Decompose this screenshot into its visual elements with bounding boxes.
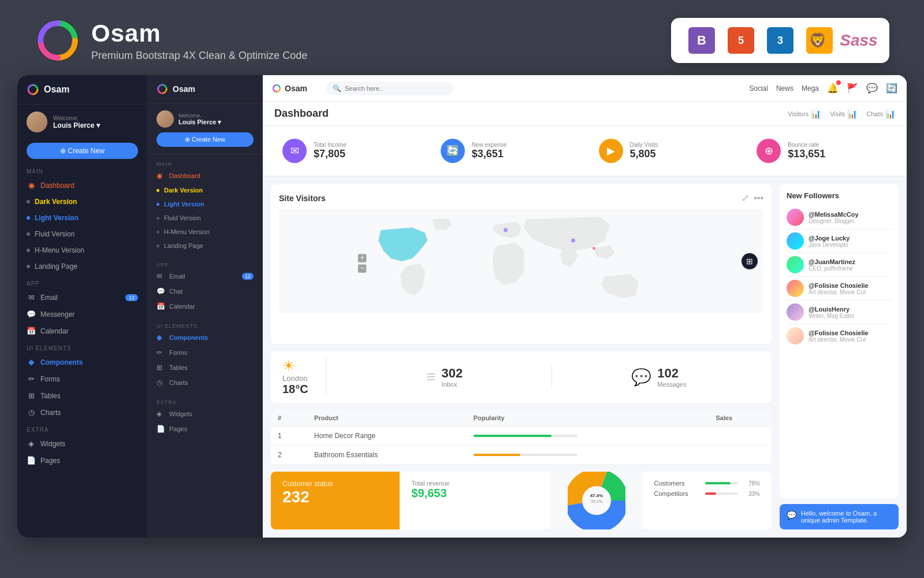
expand-icon[interactable]: ⤢ xyxy=(742,192,749,203)
sl-item-label: Widgets xyxy=(169,410,192,417)
dot-icon xyxy=(27,200,30,203)
dashboard-icon: ◉ xyxy=(27,181,36,190)
sl-item-calendar[interactable]: 📅 Calendar xyxy=(147,299,263,314)
sidebar-dark-create-btn[interactable]: ⊕ Create New xyxy=(27,143,138,159)
inbox-info: 302 Inbox xyxy=(442,366,463,388)
sidebar-item-label: Pages xyxy=(40,457,60,465)
visitors-actions[interactable]: ⤢ ••• xyxy=(742,192,763,203)
sidebar-light-ui-section: UI Elements ◈ Components ✏ Forms ⊞ Table… xyxy=(147,316,263,392)
sl-item-tables[interactable]: ⊞ Tables xyxy=(147,360,263,375)
search-box[interactable]: 🔍 xyxy=(326,81,453,95)
weather-icon: ☀ xyxy=(282,358,295,374)
sl-item-dark-version[interactable]: Dark Version xyxy=(147,183,263,197)
sidebar-dark-extra-label: Extra xyxy=(17,421,147,435)
sl-item-widgets[interactable]: ◈ Widgets xyxy=(147,406,263,421)
sidebar-item-email[interactable]: ✉ Email 12 xyxy=(17,289,147,306)
visits-label: Visits xyxy=(830,110,845,117)
visitors-title: Site Visitors xyxy=(279,194,326,203)
income-icon: ✉ xyxy=(282,139,307,163)
followers-title: New Followers xyxy=(787,191,892,200)
messages-label: Messages xyxy=(657,381,686,388)
sidebar-dark-avatar xyxy=(27,112,47,132)
email-badge: 12 xyxy=(242,273,254,280)
pie-chart-area: 47.4% 33.1% xyxy=(550,472,643,529)
sidebar-item-forms[interactable]: ✏ Forms xyxy=(17,370,147,387)
sidebar-item-components[interactable]: ◈ Components xyxy=(17,354,147,370)
sl-item-pages[interactable]: 📄 Pages xyxy=(147,421,263,436)
sidebar-light-create-btn[interactable]: ⊕ Create New xyxy=(157,132,254,147)
brand-text-area: Osam Premium Bootstrap 4X Clean & Optimi… xyxy=(91,20,307,62)
sl-item-dashboard[interactable]: ◉ Dashboard xyxy=(147,168,263,183)
customers-fill xyxy=(705,482,731,484)
avatar-img xyxy=(27,112,47,132)
chat-nav-icon[interactable]: 💬 xyxy=(866,83,878,94)
follower-info: @JuanMartinez CEO, puffinframe xyxy=(808,258,855,272)
stat-card-bounce: ⊕ Bounce rate $13,651 xyxy=(748,133,895,169)
sidebar-item-widgets[interactable]: ◈ Widgets xyxy=(17,435,147,452)
map-expand-btn[interactable]: ⊞ xyxy=(742,253,758,269)
sl-item-landing[interactable]: Landing Page xyxy=(147,239,263,253)
sidebar-item-pages[interactable]: 📄 Pages xyxy=(17,452,147,469)
follower-name: @Folisise Chosielie xyxy=(808,282,869,289)
bounce-value: $13,651 xyxy=(788,148,825,160)
sl-item-hmenu[interactable]: H-Menu Version xyxy=(147,225,263,239)
sidebar-item-landing[interactable]: Landing Page xyxy=(17,258,147,275)
sidebar-item-label: Charts xyxy=(40,409,61,417)
follower-name: @JuanMartinez xyxy=(808,258,855,265)
nav-social[interactable]: Social xyxy=(749,84,768,92)
stat-card-visits: ▶ Daily Visits 5,805 xyxy=(591,133,737,169)
follower-info: @Folisise Chosielie Art director, Movie … xyxy=(808,329,869,343)
sidebar-dark-name: Louis Pierce ▾ xyxy=(53,121,100,129)
sidebar-item-hmenu[interactable]: H-Menu Version xyxy=(17,242,147,258)
notification-badge xyxy=(836,80,841,85)
sidebar-item-tables[interactable]: ⊞ Tables xyxy=(17,387,147,404)
sidebar-light-welcome: Welcome, xyxy=(178,113,221,118)
follower-role: Art director, Movie Cut xyxy=(808,289,869,295)
dot-icon xyxy=(157,203,159,206)
sidebar-item-charts[interactable]: ◷ Charts xyxy=(17,404,147,421)
search-input[interactable] xyxy=(345,85,446,92)
content-right: New Followers @MelissaMcCoy Designer, Bl… xyxy=(780,176,907,538)
visits-value: 5,805 xyxy=(630,148,658,160)
sl-item-light-version[interactable]: Light Version xyxy=(147,197,263,211)
sl-item-chat[interactable]: 💬 Chat xyxy=(147,284,263,299)
sidebar-item-dashboard[interactable]: ◉ Dashboard xyxy=(17,177,147,194)
svg-point-5 xyxy=(504,228,508,232)
sidebar-item-label: Calendar xyxy=(40,327,69,335)
sidebar-dark-ui-label: UI Elements xyxy=(17,339,147,354)
sidebar-item-calendar[interactable]: 📅 Calendar xyxy=(17,323,147,339)
nav-right: Social News Mega 🔔 🚩 💬 🔄 xyxy=(749,83,897,94)
sl-item-charts[interactable]: ◷ Charts xyxy=(147,375,263,390)
nav-news[interactable]: News xyxy=(776,84,793,92)
total-revenue-card: Total revenue $9,653 xyxy=(400,472,550,529)
sidebar-light-app-label: App xyxy=(147,257,263,269)
notification-icon[interactable]: 🔔 xyxy=(827,83,839,94)
refresh-icon[interactable]: 🔄 xyxy=(886,83,897,94)
sidebar-item-label: Messenger xyxy=(40,310,74,318)
sl-item-forms[interactable]: ✏ Forms xyxy=(147,345,263,360)
more-icon[interactable]: ••• xyxy=(754,193,763,203)
products-card: # Product Popularity Sales 1 Home Decor … xyxy=(271,410,772,465)
sidebar-item-light-version[interactable]: Light Version xyxy=(17,210,147,226)
nav-mega[interactable]: Mega xyxy=(802,84,819,92)
sl-item-fluid[interactable]: Fluid Version xyxy=(147,211,263,225)
col-num: # xyxy=(271,410,307,427)
row-popularity xyxy=(467,446,709,465)
sl-item-email[interactable]: ✉ Email 12 xyxy=(147,269,263,284)
sl-item-components[interactable]: ◈ Components xyxy=(147,330,263,345)
sidebar-light-extra-label: Extra xyxy=(147,395,263,406)
nav-brand: Osam xyxy=(285,84,307,93)
sidebar-item-fluid[interactable]: Fluid Version xyxy=(17,226,147,242)
chat-bubble-icon: 💬 xyxy=(787,510,796,520)
sidebar-item-messenger[interactable]: 💬 Messenger xyxy=(17,306,147,323)
sidebar-light-brand: Osam xyxy=(173,84,195,94)
brand-tagline: Premium Bootstrap 4X Clean & Optimize Co… xyxy=(91,50,307,62)
search-icon: 🔍 xyxy=(333,84,341,92)
follower-avatar xyxy=(787,327,804,344)
visits-stat: Visits 📊 xyxy=(830,109,857,118)
messages-info: 102 Messages xyxy=(657,366,686,388)
flag-icon[interactable]: 🚩 xyxy=(847,83,858,94)
sidebar-light-name: Louis Pierce ▾ xyxy=(178,118,221,126)
brand-logo-icon xyxy=(35,17,81,64)
sidebar-item-dark-version[interactable]: Dark Version xyxy=(17,194,147,210)
